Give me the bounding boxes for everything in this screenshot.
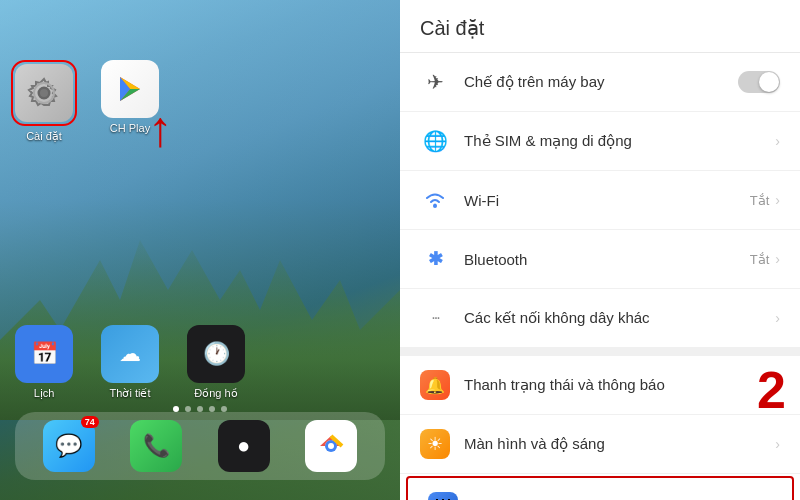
thoi-tiet-icon-img: ☁ — [101, 325, 159, 383]
sim-item[interactable]: 🌐 Thẻ SIM & mạng di động › — [400, 112, 800, 171]
svg-point-3 — [40, 89, 48, 97]
messages-badge: 74 — [81, 416, 99, 428]
bluetooth-icon: ✱ — [420, 244, 450, 274]
wifi-label: Wi-Fi — [464, 192, 750, 209]
chrome-icon-svg — [317, 432, 345, 460]
airplane-label: Chế độ trên máy bay — [464, 73, 738, 91]
thoi-tiet-app-icon[interactable]: ☁ Thời tiết — [96, 325, 164, 400]
settings-icon-img — [15, 64, 73, 122]
display-item[interactable]: ☀ Màn hình và độ sáng › — [400, 415, 800, 474]
display-label: Màn hình và độ sáng — [464, 435, 775, 453]
settings-panel: Cài đặt ✈ Chế độ trên máy bay 🌐 Thẻ SIM … — [400, 0, 800, 500]
phone-background: Cài đặt CH Play ↑ � — [0, 0, 400, 500]
app-dock: 💬 74 📞 ● — [15, 412, 385, 480]
display-chevron: › — [775, 436, 780, 452]
wifi-icon — [420, 185, 450, 215]
svg-point-11 — [328, 443, 334, 449]
chrome-dock-icon[interactable] — [305, 420, 357, 472]
dong-ho-icon-img: 🕐 — [187, 325, 245, 383]
wallpaper-item[interactable]: 🖼 Kho ảnh màn hình chính và màn hình khó… — [406, 476, 794, 500]
bluetooth-label: Bluetooth — [464, 251, 750, 268]
toggle-knob — [759, 72, 779, 92]
bluetooth-chevron: › — [775, 251, 780, 267]
other-conn-icon: ··· — [420, 303, 450, 333]
play-store-icon — [112, 71, 148, 107]
notifications-icon: 🔔 — [420, 370, 450, 400]
lich-app-icon[interactable]: 📅 Lịch — [10, 325, 78, 400]
airplane-mode-item[interactable]: ✈ Chế độ trên máy bay — [400, 53, 800, 112]
notifications-item[interactable]: 🔔 Thanh trạng thái và thông báo › — [400, 356, 800, 415]
sim-label: Thẻ SIM & mạng di động — [464, 132, 775, 150]
messages-dock-icon[interactable]: 💬 74 — [43, 420, 95, 472]
sim-icon: 🌐 — [420, 126, 450, 156]
dong-ho-app-icon[interactable]: 🕐 Đồng hồ — [182, 325, 250, 400]
separator-1 — [400, 348, 800, 356]
camera-dock-icon[interactable]: ● — [218, 420, 270, 472]
phone-screen: Cài đặt CH Play ↑ � — [0, 0, 400, 500]
settings-gear-icon — [26, 75, 62, 111]
notifications-chevron: › — [775, 377, 780, 393]
airplane-toggle[interactable] — [738, 71, 780, 93]
settings-list: ✈ Chế độ trên máy bay 🌐 Thẻ SIM & mạng d… — [400, 53, 800, 500]
bluetooth-value: Tắt — [750, 252, 770, 267]
wifi-item[interactable]: Wi-Fi Tắt › — [400, 171, 800, 230]
cai-dat-label: Cài đặt — [26, 130, 62, 143]
dong-ho-label: Đồng hồ — [194, 387, 237, 400]
settings-highlight-border — [11, 60, 77, 126]
notifications-label: Thanh trạng thái và thông báo — [464, 376, 775, 394]
lich-icon-img: 📅 — [15, 325, 73, 383]
arrow-annotation: ↑ — [148, 100, 173, 158]
thoi-tiet-label: Thời tiết — [110, 387, 151, 400]
wifi-chevron: › — [775, 192, 780, 208]
cai-dat-app-icon[interactable]: Cài đặt — [10, 60, 78, 143]
wifi-value: Tắt — [750, 193, 770, 208]
svg-point-12 — [433, 204, 437, 208]
settings-header: Cài đặt — [400, 0, 800, 53]
airplane-icon: ✈ — [420, 67, 450, 97]
sim-chevron: › — [775, 133, 780, 149]
other-conn-label: Các kết nối không dây khác — [464, 309, 775, 327]
app-icons-grid: Cài đặt CH Play — [10, 60, 210, 143]
phone-dock-icon[interactable]: 📞 — [130, 420, 182, 472]
display-icon: ☀ — [420, 429, 450, 459]
bottom-icons-row: 📅 Lịch ☁ Thời tiết 🕐 Đồng hồ — [10, 325, 250, 400]
wallpaper-icon: 🖼 — [428, 492, 458, 500]
settings-title: Cài đặt — [420, 17, 484, 39]
other-connections-item[interactable]: ··· Các kết nối không dây khác › — [400, 289, 800, 348]
lich-label: Lịch — [34, 387, 55, 400]
bluetooth-item[interactable]: ✱ Bluetooth Tắt › — [400, 230, 800, 289]
ch-play-label: CH Play — [110, 122, 150, 134]
other-conn-chevron: › — [775, 310, 780, 326]
